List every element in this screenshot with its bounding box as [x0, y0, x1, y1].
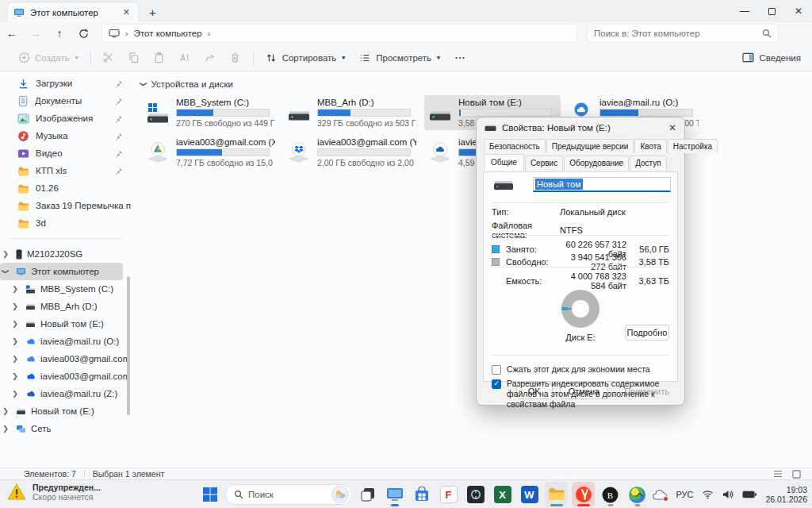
tree-item-cloud-x[interactable]: ❯ iaviea003@gmail.com (X:) — [0, 350, 131, 368]
tab-general[interactable]: Общие — [484, 154, 524, 171]
paste-button[interactable] — [147, 47, 172, 69]
chevron-right-icon[interactable]: ❯ — [10, 337, 21, 345]
chevron-right-icon[interactable]: ❯ — [10, 302, 21, 310]
app-f-red[interactable]: F — [437, 482, 460, 507]
widgets-button[interactable]: Предупрежден... Скоро начнется — [6, 483, 101, 502]
index-checkbox-row[interactable]: ✓ Разрешить индексировать содержимое фай… — [492, 379, 671, 410]
details-pane-button[interactable]: Сведения — [742, 52, 801, 63]
copy-button[interactable] — [121, 47, 147, 69]
share-button[interactable] — [197, 47, 223, 69]
clock[interactable]: 19:03 26.01.2026 — [765, 485, 807, 504]
more-options-button[interactable] — [447, 47, 473, 69]
address-bar[interactable]: › Этот компьютер › — [102, 24, 577, 43]
language-indicator[interactable]: РУС — [676, 490, 693, 499]
new-tab-button[interactable]: + — [149, 6, 156, 19]
drive-tile-d[interactable]: MBB_Arh (D:) 329 ГБ свободно из 503 ГБ — [283, 95, 419, 130]
tree-item-drive-e2[interactable]: ❯ Новый том (E:) — [0, 402, 131, 420]
app-word[interactable]: W — [518, 482, 541, 507]
checkbox-unchecked[interactable] — [492, 365, 501, 375]
tab-sharing[interactable]: Доступ — [630, 156, 667, 171]
tab-tools[interactable]: Сервис — [525, 156, 563, 171]
battery-icon[interactable] — [742, 491, 756, 498]
sidebar-scrollbar[interactable] — [127, 276, 130, 415]
sort-button[interactable]: Сортировать ▼ — [259, 47, 353, 69]
dialog-title-bar[interactable]: Свойства: Новый том (E:) ✕ — [477, 117, 684, 138]
breadcrumb[interactable]: Этот компьютер — [134, 29, 202, 38]
tree-item-cloud-z[interactable]: ❯ iaviea@mail.ru (Z:) — [0, 385, 131, 402]
sidebar-item-folder[interactable]: КТП xls — [0, 162, 131, 179]
dialog-close-icon[interactable]: ✕ — [668, 122, 676, 133]
sidebar-item-downloads[interactable]: Загрузки — [0, 75, 131, 92]
checkbox-checked[interactable]: ✓ — [492, 379, 501, 389]
chevron-expanded-icon[interactable]: ❯ — [140, 81, 147, 87]
drive-tile-x[interactable]: iaviea003@gmail.com (X:) 7,72 ГБ свободн… — [142, 135, 278, 170]
close-button[interactable]: ✕ — [785, 0, 812, 22]
tab-customize[interactable]: Настройка — [668, 139, 718, 153]
pin-icon[interactable] — [114, 132, 123, 140]
chevron-right-icon[interactable]: ❯ — [10, 355, 21, 363]
back-icon[interactable]: ← — [0, 27, 24, 40]
chevron-right-icon[interactable]: ❯ — [10, 320, 21, 328]
app-yandex-browser[interactable] — [572, 482, 595, 507]
sidebar-item-music[interactable]: Музыка — [0, 127, 131, 144]
tree-item-drive-e[interactable]: ❯ Новый том (E:) — [0, 315, 131, 333]
tab-close-icon[interactable]: ✕ — [121, 7, 132, 17]
maximize-button[interactable] — [758, 0, 785, 22]
section-devices-and-drives[interactable]: ❯ Устройства и диски — [140, 79, 812, 89]
tab-previous-versions[interactable]: Предыдущие версии — [546, 139, 634, 153]
list-view-icon[interactable] — [773, 470, 783, 478]
chevron-expanded-icon[interactable]: ❯ — [2, 266, 10, 277]
tree-item-phone[interactable]: ❯ M2102J20SG — [0, 245, 131, 263]
rename-button[interactable] — [172, 47, 197, 69]
tab-hardware[interactable]: Оборудование — [564, 156, 629, 171]
volume-label-input[interactable]: Новый том — [533, 177, 671, 192]
tab-security[interactable]: Безопасность — [484, 139, 546, 153]
app-excel[interactable]: X — [491, 482, 514, 507]
drive-tile-c[interactable]: MBB_System (C:) 270 ГБ свободно из 449 Г… — [142, 95, 278, 130]
cloud-sync-icon[interactable] — [653, 490, 667, 500]
refresh-icon[interactable] — [71, 29, 95, 39]
sidebar-item-videos[interactable]: Видео — [0, 144, 131, 162]
minimize-button[interactable]: — — [731, 0, 758, 22]
new-button[interactable]: Создать ▼ — [11, 47, 86, 69]
sidebar-item-documents[interactable]: Документы — [0, 92, 131, 110]
chevron-right-icon[interactable]: ❯ — [0, 425, 11, 433]
drive-tile-y[interactable]: iaviea003@gmail.com (Y:) 2,00 ГБ свободн… — [283, 135, 419, 170]
search-input[interactable] — [594, 29, 762, 38]
chevron-right-icon[interactable]: ❯ — [10, 372, 21, 380]
chevron-right-icon[interactable]: ❯ — [10, 390, 21, 398]
tree-item-cloud-y[interactable]: ❯ iaviea003@gmail.com (Y:) — [0, 368, 131, 385]
tree-item-cloud-o[interactable]: ❯ iaviea@mail.ru (O:) — [0, 333, 131, 350]
chevron-right-icon[interactable]: ❯ — [10, 285, 21, 293]
pin-icon[interactable] — [114, 114, 123, 123]
app-black-circle[interactable]: B — [599, 482, 622, 507]
tree-item-drive-c[interactable]: ❯ MBB_System (C:) — [0, 280, 131, 298]
app-this-pc[interactable] — [383, 482, 406, 507]
sidebar-item-folder[interactable]: 01.26 — [0, 179, 131, 197]
tray-chevron-icon[interactable] — [635, 492, 644, 498]
app-kompas[interactable] — [464, 482, 487, 507]
app-microsoft-store[interactable] — [410, 482, 433, 507]
pin-icon[interactable] — [114, 149, 123, 158]
search-box[interactable] — [587, 24, 779, 43]
volume-icon[interactable] — [722, 490, 733, 499]
tree-item-this-pc[interactable]: ❯ Этот компьютер — [0, 263, 123, 280]
up-icon[interactable]: ↑ — [48, 27, 71, 40]
start-button[interactable] — [198, 482, 221, 507]
forward-icon[interactable]: → — [24, 27, 48, 40]
app-file-explorer[interactable] — [545, 482, 568, 507]
taskbar-search[interactable]: Поиск — [225, 484, 352, 505]
tab-quota[interactable]: Квота — [634, 139, 666, 153]
tree-item-network[interactable]: ❯ Сеть — [0, 420, 131, 437]
wifi-icon[interactable] — [702, 490, 714, 499]
delete-button[interactable] — [223, 47, 248, 69]
sidebar-item-pictures[interactable]: Изображения — [0, 110, 131, 127]
pin-icon[interactable] — [114, 79, 123, 88]
sidebar-item-folder[interactable]: 3d — [0, 214, 131, 232]
pin-icon[interactable] — [114, 97, 123, 106]
explorer-tab[interactable]: Этот компьютер ✕ — [6, 2, 140, 22]
chevron-right-icon[interactable]: ❯ — [0, 407, 11, 415]
pin-icon[interactable] — [114, 167, 123, 175]
task-view-button[interactable] — [356, 482, 379, 507]
large-icons-view-icon[interactable] — [792, 470, 801, 479]
